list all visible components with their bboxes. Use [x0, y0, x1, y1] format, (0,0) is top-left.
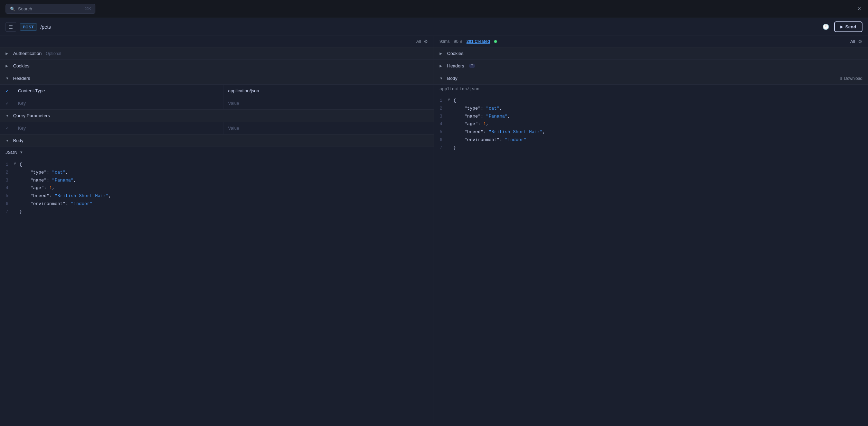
- resp-code-line-6: 6 "environment": "indoor": [434, 136, 868, 144]
- body-title: Body: [13, 138, 23, 143]
- body-section[interactable]: ▼ Body: [0, 135, 434, 147]
- cookies-section[interactable]: ▶ Cookies: [0, 60, 434, 72]
- line-content-1: {: [19, 161, 434, 168]
- chevron-right-icon: ▶: [440, 52, 444, 55]
- search-box[interactable]: 🔍 Search ⌘K: [6, 4, 95, 14]
- resp-code-line-7: 7 }: [434, 144, 868, 152]
- resp-line-content-2: "type": "cat",: [453, 105, 868, 112]
- resp-body-section[interactable]: ▼ Body ⬇ Download: [434, 72, 868, 85]
- resp-line-content-7: }: [453, 145, 868, 152]
- resp-line-content-4: "age": 1,: [453, 121, 868, 128]
- line-content-7: }: [19, 209, 434, 216]
- header-val-content-type[interactable]: application/json: [224, 85, 434, 97]
- download-icon: ⬇: [839, 76, 843, 81]
- json-selector[interactable]: JSON ▼: [0, 147, 434, 158]
- response-time: 93ms: [440, 39, 450, 44]
- right-all-label: All: [850, 39, 855, 44]
- line-content-5: "breed": "British Short Hair",: [19, 193, 434, 200]
- chevron-down-icon: ▼: [6, 114, 10, 118]
- resp-line-content-6: "environment": "indoor": [453, 137, 868, 144]
- resp-line-number-1: 1: [434, 97, 448, 104]
- line-number-6: 6: [0, 201, 14, 208]
- response-content-type: application/json: [434, 85, 868, 94]
- resp-line-content-1: {: [453, 97, 868, 104]
- right-filter-icon[interactable]: ⚙: [858, 39, 862, 44]
- header-row-empty: ✓ Key Value: [0, 97, 434, 110]
- resp-code-line-1: 1 v {: [434, 97, 868, 105]
- code-line-4: 4 "age": 1,: [0, 184, 434, 192]
- chevron-down-icon: ▼: [6, 139, 10, 142]
- url-bar: ☰ POST 🕐 ▶ Send: [0, 18, 868, 36]
- query-params-title: Query Parameters: [13, 113, 50, 118]
- keyboard-shortcut: ⌘K: [85, 7, 91, 11]
- left-filter-icon[interactable]: ⚙: [424, 39, 428, 44]
- response-filter: All ⚙: [850, 39, 862, 44]
- send-button[interactable]: ▶ Send: [834, 21, 862, 32]
- download-label: Download: [844, 76, 862, 81]
- line-content-2: "type": "cat",: [19, 169, 434, 176]
- header-val-placeholder[interactable]: Value: [224, 97, 434, 109]
- line-number-1: 1: [0, 161, 14, 168]
- left-filter-bar: All ⚙: [0, 36, 434, 47]
- header-key-content-type[interactable]: Content-Type: [14, 85, 224, 97]
- chevron-down-icon: ▼: [6, 76, 10, 80]
- checkbox-inactive-query[interactable]: ✓: [0, 122, 14, 134]
- status-indicator-dot: [494, 40, 497, 43]
- resp-body-title: Body: [447, 76, 457, 81]
- line-number-5: 5: [0, 193, 14, 200]
- resp-headers-title: Headers: [447, 63, 464, 68]
- code-line-7: 7 }: [0, 208, 434, 216]
- line-content-3: "name": "Panama",: [19, 177, 434, 184]
- authentication-subtitle: Optional: [46, 51, 61, 56]
- header-key-placeholder[interactable]: Key: [14, 97, 224, 109]
- resp-cookies-section[interactable]: ▶ Cookies: [434, 47, 868, 60]
- code-line-3: 3 "name": "Panama",: [0, 177, 434, 185]
- query-val-placeholder[interactable]: Value: [224, 122, 434, 134]
- resp-line-number-2: 2: [434, 105, 448, 112]
- code-line-6: 6 "environment": "indoor": [0, 200, 434, 208]
- query-params-section[interactable]: ▼ Query Parameters: [0, 110, 434, 122]
- close-button[interactable]: ×: [856, 4, 862, 14]
- authentication-title: Authentication: [13, 51, 41, 56]
- resp-code-line-4: 4 "age": 1,: [434, 120, 868, 128]
- resp-cookies-title: Cookies: [447, 51, 463, 56]
- search-icon: 🔍: [10, 7, 15, 11]
- left-all-label: All: [416, 39, 421, 44]
- checkbox-active[interactable]: ✓: [0, 85, 14, 97]
- code-line-2: 2 "type": "cat",: [0, 169, 434, 177]
- resp-line-content-3: "name": "Panama",: [453, 113, 868, 120]
- http-method-badge: POST: [20, 23, 37, 31]
- checkbox-inactive[interactable]: ✓: [0, 98, 14, 109]
- resp-line-number-3: 3: [434, 113, 448, 120]
- line-content-4: "age": 1,: [19, 185, 434, 192]
- line-number-7: 7: [0, 209, 14, 216]
- left-code-editor[interactable]: 1 v { 2 "type": "cat", 3 "name": "Panama…: [0, 158, 434, 424]
- headers-section[interactable]: ▼ Headers: [0, 72, 434, 85]
- chevron-right-icon: ▶: [6, 64, 10, 68]
- cookies-title: Cookies: [13, 63, 29, 68]
- chevron-down-icon: ▼: [20, 150, 23, 154]
- resp-headers-badge: 7: [469, 64, 475, 68]
- resp-line-number-7: 7: [434, 145, 448, 152]
- download-button[interactable]: ⬇ Download: [839, 76, 862, 81]
- header-row-content-type: ✓ Content-Type application/json: [0, 85, 434, 97]
- resp-line-content-5: "breed": "British Short Hair",: [453, 129, 868, 136]
- code-line-1: 1 v {: [0, 161, 434, 169]
- send-label: Send: [845, 24, 856, 29]
- sidebar-toggle-button[interactable]: ☰: [6, 22, 16, 32]
- authentication-section[interactable]: ▶ Authentication Optional: [0, 47, 434, 60]
- query-key-placeholder[interactable]: Key: [14, 122, 224, 134]
- resp-code-line-3: 3 "name": "Panama",: [434, 113, 868, 121]
- history-button[interactable]: 🕐: [821, 22, 831, 31]
- response-code[interactable]: 201 Created: [466, 39, 490, 44]
- url-input[interactable]: [40, 24, 818, 30]
- right-panel: 93ms 90 B 201 Created All ⚙ ▶ Cookies ▶ …: [434, 36, 868, 424]
- resp-code-line-5: 5 "breed": "British Short Hair",: [434, 128, 868, 136]
- play-icon: ▶: [840, 25, 843, 29]
- status-info: 93ms 90 B 201 Created: [440, 39, 497, 44]
- resp-headers-section[interactable]: ▶ Headers 7: [434, 60, 868, 72]
- expand-icon-1[interactable]: v: [14, 161, 19, 167]
- resp-expand-icon-1[interactable]: v: [448, 97, 453, 103]
- right-code-editor[interactable]: 1 v { 2 "type": "cat", 3 "name": "Panama…: [434, 94, 868, 424]
- resp-line-number-6: 6: [434, 137, 448, 144]
